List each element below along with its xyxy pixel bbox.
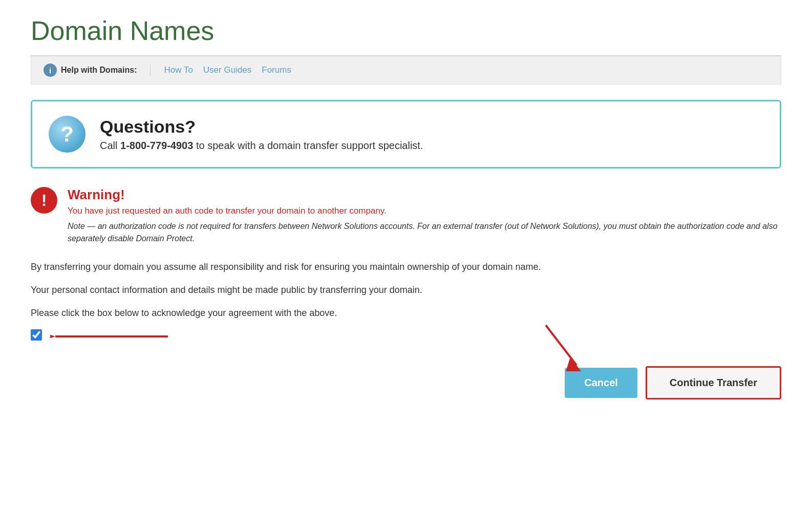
- forums-link[interactable]: Forums: [262, 65, 291, 75]
- acknowledge-checkbox[interactable]: [31, 329, 42, 341]
- buttons-row: Cancel Continue Transfer: [31, 366, 781, 399]
- questions-text: Questions? Call 1-800-779-4903 to speak …: [100, 117, 423, 152]
- warning-note: Note — an authorization code is not requ…: [68, 220, 781, 245]
- how-to-link[interactable]: How To: [164, 65, 193, 75]
- help-with-domains-label: Help with Domains:: [61, 66, 137, 75]
- body-paragraph-3: Please click the box below to acknowledg…: [31, 306, 781, 320]
- svg-line-3: [546, 325, 576, 365]
- help-separator: [150, 65, 151, 76]
- call-suffix: to speak with a domain transfer support …: [193, 140, 423, 151]
- warning-content: Warning! You have just requested an auth…: [68, 187, 781, 245]
- body-paragraph-2: Your personal contact information and de…: [31, 283, 781, 297]
- questions-body: Call 1-800-779-4903 to speak with a doma…: [100, 140, 423, 152]
- warning-heading: Warning!: [68, 187, 781, 203]
- left-arrow-indicator: [50, 325, 173, 348]
- help-bar: i Help with Domains: How To User Guides …: [31, 56, 781, 85]
- right-arrow-indicator: [530, 320, 592, 371]
- body-paragraph-1: By transferring your domain you assume a…: [31, 260, 781, 274]
- question-mark-icon: ?: [49, 116, 86, 153]
- help-label: i Help with Domains:: [44, 64, 137, 77]
- questions-box: ? Questions? Call 1-800-779-4903 to spea…: [31, 100, 781, 168]
- call-prefix: Call: [100, 140, 120, 151]
- phone-number: 1-800-779-4903: [120, 140, 193, 151]
- cancel-button[interactable]: Cancel: [565, 368, 637, 398]
- page-title: Domain Names: [31, 15, 781, 46]
- warning-red-text: You have just requested an auth code to …: [68, 206, 781, 216]
- questions-heading: Questions?: [100, 117, 423, 137]
- info-icon: i: [44, 64, 57, 77]
- user-guides-link[interactable]: User Guides: [203, 65, 251, 75]
- continue-transfer-button[interactable]: Continue Transfer: [646, 366, 781, 399]
- warning-icon: !: [31, 187, 57, 214]
- warning-section: ! Warning! You have just requested an au…: [31, 187, 781, 245]
